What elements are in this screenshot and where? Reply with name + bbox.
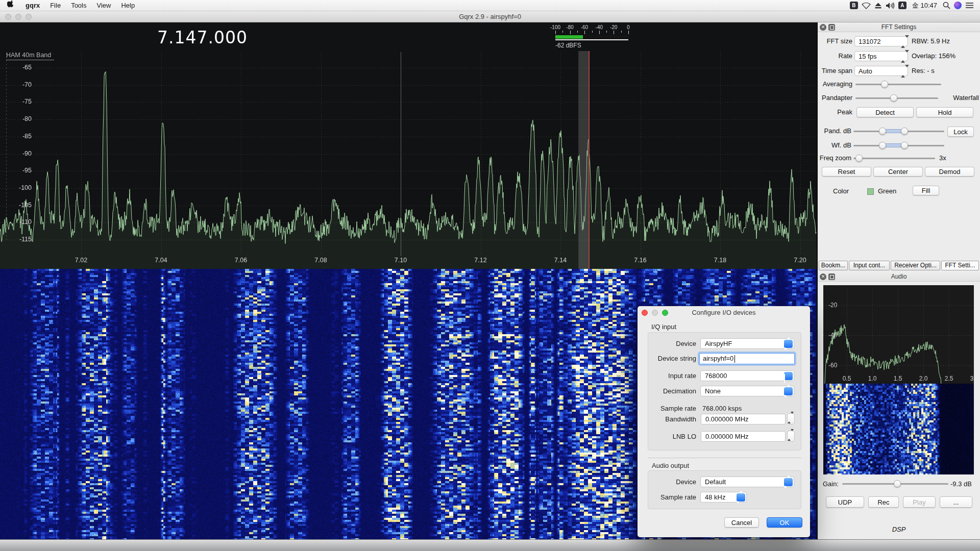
menu-tools[interactable]: Tools xyxy=(66,0,91,11)
ok-button[interactable]: OK xyxy=(767,517,802,528)
screen: gqrx File Tools View Help B A 金 10:47 Gq… xyxy=(0,0,980,551)
menubar-clock[interactable]: 金 10:47 xyxy=(910,1,939,10)
audio-device-select[interactable]: Default xyxy=(700,477,794,487)
db-axis-tick: -75 xyxy=(4,98,32,105)
notification-center-icon[interactable] xyxy=(965,2,974,9)
apple-menu[interactable] xyxy=(0,0,20,11)
pandapter-waterfall-split-slider[interactable] xyxy=(855,94,938,102)
rec-button[interactable]: Rec xyxy=(868,496,899,508)
frequency-display[interactable]: 7.147.000 xyxy=(157,28,248,47)
audio-freq-tick: 3.0 xyxy=(966,375,974,382)
db-axis-tick: -105 xyxy=(4,202,32,209)
fft-size-select[interactable]: 131072 xyxy=(854,36,908,46)
tab-input-controls[interactable]: Input cont... xyxy=(849,261,890,270)
input-source-icon[interactable]: A xyxy=(898,2,906,9)
menu-view[interactable]: View xyxy=(91,0,116,11)
freq-axis-tick: 7.08 xyxy=(306,257,336,264)
freq-axis-tick: 7.20 xyxy=(785,257,816,264)
siri-icon[interactable] xyxy=(954,2,962,9)
audio-options-button[interactable]: ... xyxy=(940,496,972,508)
audio-db-tick: -40 xyxy=(828,332,837,339)
peak-hold-button[interactable]: Hold xyxy=(916,107,973,117)
dock-close-icon[interactable]: ✕ xyxy=(820,24,826,31)
stepper-arrows-icon xyxy=(901,38,905,45)
audio-panel-header: ✕ Audio xyxy=(818,272,980,282)
apple-icon xyxy=(7,0,14,8)
window-close-button[interactable] xyxy=(5,14,11,20)
stepper-arrows-icon xyxy=(901,53,905,60)
window-title: Gqrx 2.9 - airspyhf=0 xyxy=(0,11,980,22)
rate-label: Rate xyxy=(818,51,852,61)
text-cursor xyxy=(734,355,735,363)
freq-zoom-label: Freq zoom xyxy=(818,154,851,162)
window-minimize-button[interactable] xyxy=(15,14,21,20)
db-axis-tick: -70 xyxy=(4,81,32,88)
peak-detect-button[interactable]: Detect xyxy=(856,107,914,117)
fft-settings-header: ✕ FFT Settings xyxy=(818,22,980,32)
play-button[interactable]: Play xyxy=(903,496,936,508)
input-rate-select[interactable]: 768000 xyxy=(700,370,794,381)
iq-input-group-label: I/Q input xyxy=(651,323,676,331)
wifi-icon[interactable] xyxy=(862,2,871,9)
demod-button[interactable]: Demod xyxy=(925,167,974,177)
time-span-select[interactable]: Auto xyxy=(854,66,908,76)
waterfall-db-range-slider[interactable] xyxy=(853,141,944,149)
udp-button[interactable]: UDP xyxy=(826,496,864,508)
overlap-readout: Overlap: 156% xyxy=(912,51,955,61)
audio-spectrum-plot[interactable]: -20-40-60 0.51.01.52.02.53.0 xyxy=(823,285,974,384)
dock-float-icon[interactable] xyxy=(828,24,835,31)
pandapter-spectrum-plot[interactable] xyxy=(0,22,817,269)
dock-float-icon[interactable] xyxy=(828,273,835,280)
stepper-arrows-icon xyxy=(784,340,793,348)
dialog-zoom-button[interactable] xyxy=(662,310,668,316)
cancel-button[interactable]: Cancel xyxy=(724,517,759,528)
tab-bookmarks[interactable]: Bookm... xyxy=(819,261,848,270)
tab-fft-settings[interactable]: FFT Setti... xyxy=(941,261,979,270)
meter-bar-track xyxy=(555,35,628,39)
spotlight-search-icon[interactable] xyxy=(943,2,950,9)
dialog-minimize-button[interactable] xyxy=(652,310,658,316)
reset-button[interactable]: Reset xyxy=(822,167,871,177)
audio-gain-slider[interactable] xyxy=(842,480,948,488)
stepper-arrows-icon xyxy=(784,387,793,395)
eject-icon[interactable] xyxy=(874,2,882,9)
audio-device-label: Device xyxy=(638,477,696,487)
device-select[interactable]: AirspyHF xyxy=(700,338,794,349)
center-button[interactable]: Center xyxy=(873,167,923,177)
dock-close-icon[interactable]: ✕ xyxy=(820,273,826,280)
fill-button[interactable]: Fill xyxy=(913,186,939,195)
waterfall-label: Waterfall xyxy=(945,93,979,103)
audio-waterfall[interactable] xyxy=(823,384,974,474)
lnb-lo-label: LNB LO xyxy=(638,431,696,442)
pandapter-lock-button[interactable]: Lock xyxy=(947,127,974,137)
audio-rate-select[interactable]: 48 kHz xyxy=(700,492,747,503)
freq-axis-tick: 7.18 xyxy=(705,257,736,264)
menu-app-name[interactable]: gqrx xyxy=(20,0,45,11)
decimation-select[interactable]: None xyxy=(700,386,794,396)
dialog-close-button[interactable] xyxy=(642,310,648,316)
freq-zoom-value: 3x xyxy=(939,153,946,163)
waterfall-db-label: Wf. dB xyxy=(818,141,851,149)
rate-select[interactable]: 15 fps xyxy=(854,51,908,61)
menu-help[interactable]: Help xyxy=(116,0,140,11)
device-string-input[interactable]: airspyhf=0 xyxy=(699,353,795,364)
freq-zoom-slider[interactable] xyxy=(853,154,935,162)
bandwidth-stepper[interactable] xyxy=(787,413,795,424)
averaging-slider[interactable] xyxy=(855,80,941,88)
dialog-divider xyxy=(648,458,801,458)
fft-color-swatch[interactable] xyxy=(867,188,874,195)
lnb-lo-field[interactable]: 0.000000 MHz xyxy=(701,431,786,442)
menu-file[interactable]: File xyxy=(45,0,66,11)
window-zoom-button[interactable] xyxy=(26,14,32,20)
volume-icon[interactable] xyxy=(886,2,895,9)
bandwidth-field[interactable]: 0.000000 MHz xyxy=(701,414,786,424)
audio-freq-tick: 2.0 xyxy=(915,375,932,382)
menubar-app-icon[interactable]: B xyxy=(850,2,858,9)
meter-tick-label: -60 xyxy=(581,24,588,30)
pandapter-db-range-slider[interactable] xyxy=(853,127,944,135)
gain-value: -9.3 dB xyxy=(950,479,972,489)
lnb-lo-stepper[interactable] xyxy=(787,431,795,442)
device-string-label: Device string xyxy=(638,353,696,364)
tab-receiver-options[interactable]: Receiver Opti... xyxy=(891,261,940,270)
band-plan-label: HAM 40m Band xyxy=(6,52,54,60)
